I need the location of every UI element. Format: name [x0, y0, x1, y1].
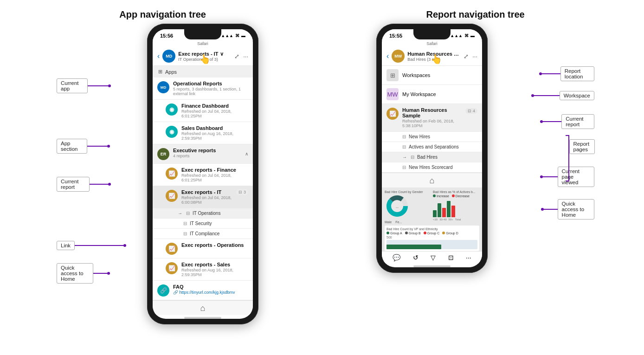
exec-section-avatar: ER: [157, 148, 169, 160]
actives-doc-icon: ⊟: [402, 144, 406, 149]
exec-sales-subtitle: Refreshed on Aug 16, 2018, 2:59:35PM: [181, 268, 248, 277]
page-new-hires[interactable]: ⊟ New Hires: [382, 132, 482, 142]
chart-3-title: Bad Hire Count by VP and Ethnicity: [386, 227, 477, 231]
nav-item-sales[interactable]: ◉ Sales Dashboard Refreshed on Aug 16, 2…: [153, 122, 253, 144]
nav-item-exec-finance[interactable]: 📈 Exec reports - Finance Refreshed on Ju…: [153, 164, 253, 186]
faq-title: FAQ: [173, 284, 248, 290]
annotation-link: Link: [57, 241, 126, 250]
hr-report-title: Human Resources Sample: [402, 107, 462, 118]
hr-sample-report-item[interactable]: 📈 Human Resources Sample Refreshed on Fe…: [382, 104, 482, 132]
actives-label: Actives and Separations: [409, 144, 459, 149]
exec-section-content: Executive reports 4 reports: [173, 148, 241, 158]
nav-item-faq[interactable]: 🔗 FAQ 🔗 https://tinyurl.com/kjg.kjsdbmv: [153, 281, 253, 300]
chart-2: Bad Hires as % of Actives b... Increase …: [433, 190, 479, 224]
page-item-it-operations[interactable]: → ⊟ IT Operations: [153, 208, 253, 219]
exec-ops-title: Exec reports - Operations: [181, 242, 248, 248]
nav-item-exec-ops[interactable]: 📈 Exec reports - Operations: [153, 239, 253, 258]
right-app-subtitle: Bad Hires (3 of 4): [407, 57, 461, 62]
layout-icon[interactable]: ⊡: [448, 254, 454, 261]
left-section-title: App navigation tree: [119, 9, 206, 20]
x-label-1: <30: [433, 218, 438, 221]
page-new-hires-scorecard[interactable]: ⊟ New Hires Scorecard: [382, 162, 482, 173]
right-expand-icon[interactable]: ⤢: [464, 53, 469, 60]
left-safari-label: Safari: [153, 40, 253, 47]
toolbar-more-icon[interactable]: ···: [466, 254, 471, 261]
right-back-btn[interactable]: ‹: [386, 52, 389, 60]
svg-text:...: ...: [396, 205, 399, 208]
group-d-legend: Group D: [442, 232, 458, 235]
workspaces-item[interactable]: ⊞ Workspaces: [382, 66, 482, 85]
undo-icon[interactable]: ↺: [413, 254, 419, 261]
chart-3-legend: Group A Group B Group C Group D: [386, 232, 477, 235]
annotation-app-section: App section: [57, 139, 110, 154]
exec-it-title: Exec reports - IT: [181, 189, 232, 195]
exec-sales-avatar: 📈: [166, 262, 178, 274]
right-home-bar: ⌂: [382, 173, 482, 187]
right-home-btn[interactable]: ⌂: [430, 176, 435, 186]
donut-fe-label: Fe...: [395, 220, 402, 224]
battery-icon: ▬: [241, 33, 245, 38]
left-app-avatar: MD: [162, 50, 175, 63]
it-security-label: IT Security: [190, 221, 212, 226]
nav-item-finance[interactable]: ◉ Finance Dashboard Refreshed on Jul 04,…: [153, 100, 253, 122]
donut-male-label: Male: [385, 220, 392, 224]
group-c-legend: Group C: [424, 232, 439, 235]
page-doc-icon-1: ⊟: [186, 211, 190, 216]
right-app-title-area: Human Resources Sample ∨ Bad Hires (3 of…: [407, 51, 461, 62]
hr-report-avatar: 📈: [386, 108, 399, 120]
left-app-bar[interactable]: ‹ MD Exec reports - IT ∨ IT Operations (…: [153, 47, 253, 66]
annotation-report-pages: Report pages: [566, 135, 597, 181]
chart-3-axis-label: 500: [386, 236, 477, 239]
bar-1: [433, 210, 437, 217]
nav-item-exec-sales[interactable]: 📈 Exec reports - Sales Refreshed on Aug …: [153, 258, 253, 281]
right-phone: 15:55 ▲▲▲ ⌘ ▬ Safari ‹ MW Human Resource…: [376, 24, 488, 273]
page-item-it-security[interactable]: ⊟ IT Security: [153, 219, 253, 229]
apps-label: Apps: [165, 69, 177, 75]
left-app-title-area: Exec reports - IT ∨ IT Operations (1 of …: [178, 51, 232, 62]
page-bad-hires[interactable]: → ⊟ Bad Hires: [382, 152, 482, 162]
right-time: 15:55: [389, 33, 402, 39]
bar-2: [438, 203, 441, 217]
group-a-legend: Group A: [386, 232, 402, 235]
bad-hires-label: Bad Hires: [417, 155, 438, 160]
annotation-current-page: Current page viewed: [540, 167, 594, 187]
workspaces-label: Workspaces: [402, 72, 430, 78]
finance-title: Finance Dashboard: [181, 103, 248, 109]
left-app-title: Exec reports - IT ∨: [178, 51, 232, 57]
page-actives-separations[interactable]: ⊟ Actives and Separations: [382, 142, 482, 152]
x-label-4: Total: [455, 218, 461, 221]
signal-icon: ▲▲▲: [221, 33, 233, 38]
exec-it-page-count: ⊟ 3: [236, 189, 248, 195]
operational-subtitle: 5 reports, 3 dashboards, 1 section, 1 ex…: [173, 87, 248, 96]
right-app-bar[interactable]: ‹ MW Human Resources Sample ∨ Bad Hires …: [382, 47, 482, 66]
finance-content: Finance Dashboard Refreshed on Jul 04, 2…: [181, 103, 248, 118]
hr-report-subtitle: Refreshed on Feb 06, 2018, 5:38:10PM: [402, 119, 462, 128]
right-more-icon[interactable]: ···: [472, 53, 477, 60]
it-operations-label: IT Operations: [193, 211, 220, 216]
nav-item-exec-it[interactable]: 📈 Exec reports - IT Refreshed on Jul 04,…: [153, 186, 253, 208]
exec-section-title: Executive reports: [173, 148, 241, 153]
left-home-indicator: [184, 317, 221, 319]
faq-url[interactable]: 🔗 https://tinyurl.com/kjg.kjsdbmv: [173, 290, 248, 295]
exec-sales-title: Exec reports - Sales: [181, 262, 248, 267]
annotation-report-location: Report location: [539, 66, 594, 81]
comment-icon[interactable]: 💬: [393, 254, 400, 261]
wifi-icon: ⌘: [235, 33, 239, 38]
nav-item-executive-section[interactable]: ER Executive reports 4 reports ∧: [153, 144, 253, 164]
current-page-arrow: →: [178, 211, 182, 216]
left-home-btn[interactable]: ⌂: [200, 303, 206, 313]
nav-item-operational[interactable]: MD Operational Reports 5 reports, 3 dash…: [153, 77, 253, 100]
left-back-btn[interactable]: ‹: [157, 52, 160, 60]
faq-content: FAQ 🔗 https://tinyurl.com/kjg.kjsdbmv: [173, 284, 248, 295]
chart-3-bar-area: [386, 240, 477, 249]
my-workspace-item[interactable]: MW My Workspace: [382, 85, 482, 104]
bad-hires-doc-icon: ⊟: [411, 155, 414, 160]
chart-row-1: Bad Hire Count by Gender ... Male Fe...: [385, 190, 479, 224]
page-item-it-compliance[interactable]: ⊟ IT Compliance: [153, 229, 253, 239]
left-app-subtitle: IT Operations (1 of 3): [178, 57, 232, 62]
filter-icon[interactable]: ▽: [431, 254, 436, 261]
expand-icon[interactable]: ⤢: [234, 53, 239, 60]
annotation-current-report-left: Current report: [57, 177, 111, 192]
more-icon[interactable]: ···: [243, 53, 248, 60]
x-label-3: 50+: [449, 218, 453, 221]
